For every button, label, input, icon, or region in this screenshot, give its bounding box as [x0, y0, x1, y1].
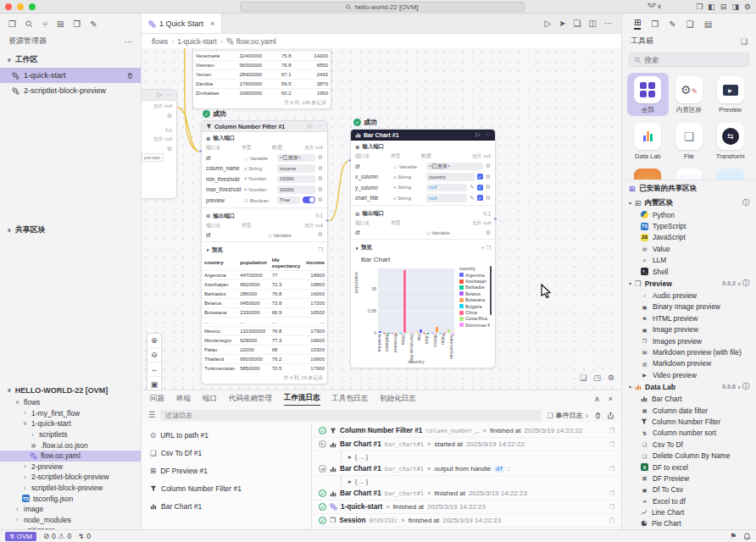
category-tile[interactable]: ❏File [669, 119, 710, 162]
group-version[interactable]: 0.0.6 [722, 384, 736, 390]
ports-status[interactable]: ↯0 [78, 532, 91, 540]
chart-node-header[interactable]: Bar Chart #1 ▷⋯ [351, 130, 495, 141]
edit-tab-icon[interactable]: ✎ [669, 19, 675, 29]
toolbox-block-item[interactable]: ⊞DF Preview [622, 473, 756, 484]
remote-indicator[interactable]: ↯OVM [5, 532, 36, 541]
input-port-row[interactable]: chart_titleaStringnull✎✓⚙ [351, 193, 495, 204]
close-window-button[interactable] [5, 3, 12, 10]
port-gear-icon[interactable]: ⚙ [167, 146, 172, 152]
run-flow-icon[interactable]: ▷ [544, 19, 551, 28]
overview-icon[interactable]: ▣ [147, 377, 161, 390]
group-version[interactable]: 0.0.2 [722, 280, 736, 286]
breadcrumb[interactable]: flows›1-quick-start›flow.oo.yaml [142, 34, 621, 48]
chart-bar[interactable] [415, 332, 418, 333]
chart-node[interactable]: Bar Chart #1 ▷⋯ ⊕输入端口 端口名类型数据允许 nulldf◇V… [350, 129, 496, 368]
folder-icon[interactable]: ❒ [73, 19, 81, 29]
edit-value-icon[interactable]: ✎ [470, 195, 474, 202]
port-gear-icon[interactable]: ⚙ [318, 231, 323, 238]
port-value[interactable]: <已连接> [426, 163, 483, 171]
input-port-row[interactable]: y_columnaStringnull✎✓⚙ [351, 182, 495, 193]
package-tab-icon[interactable]: ❒ [651, 19, 659, 29]
toolbox-block-item[interactable]: Python [622, 209, 756, 220]
tree-item[interactable]: ›image [0, 504, 141, 515]
port-value[interactable]: 15000 [277, 175, 315, 184]
output-port-dot[interactable] [325, 218, 330, 223]
close-panel-icon[interactable]: × [609, 395, 613, 403]
tab-quick-start[interactable]: 1 Quick Start × [142, 14, 222, 33]
explorer-icon[interactable]: ❐ [8, 19, 16, 29]
toolbox-group-header[interactable]: ▾❒Preview0.0.2∨ⓘ [622, 277, 756, 290]
expand-caret-icon[interactable]: ▸ [348, 478, 352, 485]
log-node-item[interactable]: ⊙URL to path #1 [142, 426, 311, 444]
log-entry[interactable]: ✓ ❐ Session 0fd9152c » finished at 2025/… [312, 514, 621, 528]
copy-log-icon[interactable]: ❐ [609, 504, 614, 511]
tree-item[interactable]: ›scriptlet-block-preview [0, 483, 141, 494]
port-value[interactable]: True [277, 196, 300, 205]
chart-bar[interactable] [387, 333, 390, 334]
port-value[interactable]: 20000 [277, 185, 315, 194]
chart-bar[interactable] [436, 327, 438, 333]
legend-item[interactable]: Azerbaijan [459, 278, 490, 284]
category-tile[interactable]: 全部 [627, 73, 669, 116]
port-value[interactable]: country [426, 173, 475, 181]
run-to-node-icon[interactable]: ➤ [559, 19, 565, 28]
port-gear-icon[interactable]: ⚙ [486, 230, 491, 236]
breadcrumb-item[interactable]: 1-quick-start [177, 37, 217, 46]
log-filter-input[interactable] [160, 410, 542, 421]
delete-workspace-icon[interactable] [126, 71, 134, 80]
boolean-toggle[interactable] [303, 196, 315, 203]
filter-node[interactable]: Column Number Filter #1 ▷⋯ ⊕输入端口 端口名类型数据… [201, 120, 328, 384]
workspace-item[interactable]: 1-quick-start [0, 68, 141, 83]
tree-item[interactable]: ›1-my_first_flow [0, 408, 141, 419]
toolbox-block-item[interactable]: ♪Audio preview [622, 290, 756, 301]
tree-item[interactable]: ›2-scriptlet-block-preview [0, 472, 141, 483]
category-tile[interactable]: ⚙✎内置区块 [669, 73, 710, 116]
copy-log-icon[interactable]: ❐ [609, 441, 614, 448]
panel-tab[interactable]: 工作流日志 [284, 393, 320, 406]
input-port-row[interactable]: max_threshold#Number20000⚙ [202, 185, 327, 196]
copilot-cat-icon[interactable]: ∨ [648, 3, 662, 10]
toolbox-tab-icon[interactable]: ⊞ [634, 18, 641, 30]
settings-gear-icon[interactable]: ⚙ [744, 3, 751, 11]
toolbox-block-item[interactable]: ❑Delete Column By Name [622, 450, 756, 461]
panel-tab[interactable]: 初始化日志 [380, 394, 416, 404]
more-actions-icon[interactable]: ⋯ [604, 19, 613, 28]
input-port-dot[interactable] [347, 158, 352, 163]
toolbox-block-item[interactable]: ▣Df To Csv [622, 484, 756, 495]
flow-canvas[interactable]: ▷⋯ 允许 null ⚙ ↻1 允许 null ⚙ of pandas Vene… [142, 48, 621, 390]
toolbox-block-item[interactable]: TSTypeScript [622, 220, 756, 231]
breadcrumb-item[interactable]: flow.oo.yaml [226, 37, 276, 46]
output-port-dot[interactable] [493, 217, 498, 221]
toolbox-block-item[interactable]: ❐Images preview [622, 335, 756, 346]
output-port-row[interactable]: df◇ Variable⚙ [351, 228, 495, 237]
port-gear-icon[interactable]: ⚙ [486, 195, 491, 202]
port-gear-icon[interactable]: ⚙ [486, 174, 491, 180]
port-gear-icon[interactable]: ⚙ [486, 163, 491, 169]
toolbox-block-item[interactable]: XDF to excel [622, 462, 756, 473]
log-node-item[interactable]: Bar Chart #1 [142, 497, 311, 515]
toolbox-block-item[interactable]: ▶Video preview [622, 369, 756, 380]
toolbox-block-item[interactable]: Column Number Filter [622, 416, 756, 427]
panel-tab[interactable]: 终端 [176, 394, 191, 404]
port-checkbox[interactable]: ✓ [477, 185, 483, 191]
port-checkbox[interactable]: ✓ [477, 174, 483, 180]
legend-item[interactable]: China [459, 309, 490, 315]
legend-item[interactable]: Dominican Republic [459, 322, 490, 328]
run-node-icon[interactable]: ▷ [158, 91, 162, 98]
collapse-icon[interactable]: ∨ [206, 247, 209, 252]
input-port-row[interactable]: df◇Variable<已连接>⚙ [202, 152, 327, 163]
log-entry[interactable]: ✓ 1-quick-start » finished at 2025/3/19 … [312, 501, 621, 514]
tree-item[interactable]: ›2-preview [0, 462, 141, 473]
copy-log-icon[interactable]: ❐ [609, 428, 614, 434]
category-tile-partial[interactable] [669, 165, 710, 180]
copy-log-icon[interactable]: ❐ [609, 517, 614, 524]
chart-bar[interactable] [399, 333, 402, 334]
minimize-window-button[interactable] [17, 3, 24, 10]
chart-bar[interactable] [439, 333, 442, 334]
chart-bar[interactable] [427, 333, 430, 334]
category-tile-partial[interactable] [627, 165, 669, 180]
input-port-row[interactable]: preview⊙BooleanTrue⚙ [202, 195, 327, 206]
tree-item[interactable]: flow.oo.yaml [0, 451, 141, 462]
toolbox-block-item[interactable]: ➔Excel to df [622, 495, 756, 506]
clipped-node[interactable]: ▷⋯ 允许 null ⚙ ↻1 允许 null ⚙ [142, 89, 177, 199]
